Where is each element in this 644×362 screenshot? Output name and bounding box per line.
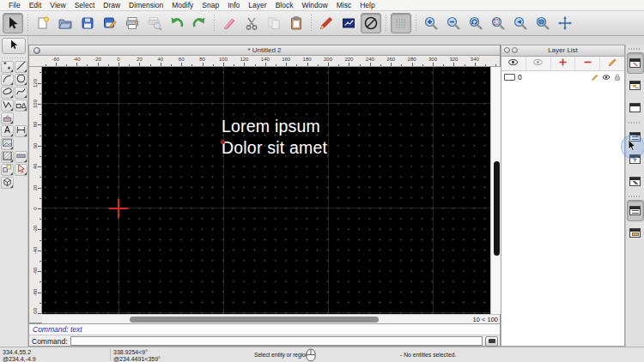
plot-preview-button[interactable] xyxy=(338,13,359,33)
ruler-label: -60 xyxy=(32,265,39,278)
ruler-tick xyxy=(38,104,41,105)
clipboard-toggle-button[interactable] xyxy=(627,222,644,244)
draft-mode-button[interactable] xyxy=(219,13,240,33)
library-browser-toggle-button[interactable] xyxy=(627,97,644,118)
menu-select[interactable]: Select xyxy=(70,0,100,11)
add-layer-button[interactable] xyxy=(551,57,576,70)
zoom-pan-button[interactable] xyxy=(555,13,575,33)
layer-lock-icon[interactable] xyxy=(613,73,622,81)
pen-palette-toggle-button[interactable] xyxy=(627,171,644,192)
text-entity[interactable]: Dolor sit amet xyxy=(222,136,327,159)
block-list-toggle-button[interactable] xyxy=(627,75,644,96)
select-pointer-button[interactable] xyxy=(3,13,23,33)
document-titlebar[interactable]: * Untitled 2 xyxy=(29,45,500,56)
copy-button[interactable] xyxy=(264,13,284,33)
right-dock-strip xyxy=(625,45,644,347)
zoom-in-button[interactable] xyxy=(421,13,441,33)
select-pointer-tool[interactable] xyxy=(2,38,26,54)
drawing-canvas[interactable]: Lorem ipsum Dolor sit amet xyxy=(42,67,490,314)
ruler-tick xyxy=(223,63,224,66)
layer-row[interactable]: 0 xyxy=(501,71,624,82)
ruler-label: -20 xyxy=(94,57,101,62)
edit-layer-button[interactable] xyxy=(600,57,624,70)
menu-snap[interactable]: Snap xyxy=(197,0,223,11)
redo-button[interactable] xyxy=(189,13,210,33)
zoom-window-icon xyxy=(490,15,506,31)
print-preview-button[interactable] xyxy=(144,13,165,33)
zoom-previous-button[interactable] xyxy=(510,13,531,33)
menu-help[interactable]: Help xyxy=(355,0,379,11)
left-tool-palette: A xyxy=(0,36,28,347)
undo-button[interactable] xyxy=(167,13,187,33)
save-button[interactable] xyxy=(77,13,98,33)
hide-all-layers-button[interactable] xyxy=(526,57,551,70)
no-pen-button[interactable] xyxy=(361,13,381,33)
select-entities-tool[interactable] xyxy=(15,164,27,176)
draw-order-tool[interactable] xyxy=(15,151,27,163)
horizontal-scrollbar-thumb[interactable] xyxy=(130,317,379,323)
select-arrow-red-icon xyxy=(15,164,27,176)
panel-close-button[interactable] xyxy=(512,47,518,53)
save-as-button[interactable] xyxy=(100,13,120,33)
zoom-auto-icon xyxy=(468,15,483,31)
menu-dimension[interactable]: Dimension xyxy=(125,0,167,11)
relative-polar-coordinate: @234.4491<359° xyxy=(113,356,161,362)
menu-draw[interactable]: Draw xyxy=(99,0,125,11)
new-document-button[interactable] xyxy=(33,13,53,33)
layer-visibility-icon[interactable] xyxy=(602,73,611,81)
command-options-button[interactable] xyxy=(485,336,498,347)
print-button[interactable] xyxy=(122,13,143,33)
zoom-out-button[interactable] xyxy=(443,13,464,33)
explode-tool[interactable] xyxy=(1,164,14,176)
layer-color-swatch[interactable] xyxy=(504,74,515,81)
ruler-label: -40 xyxy=(73,57,81,62)
ruler-tick xyxy=(38,229,41,230)
points-tool[interactable] xyxy=(1,61,14,73)
image-tool[interactable] xyxy=(1,138,14,150)
command-line-toggle-button[interactable] xyxy=(627,200,644,221)
polyline-tool[interactable] xyxy=(1,100,14,112)
modify-3d-tool[interactable] xyxy=(1,177,14,189)
line-tool[interactable] xyxy=(15,61,27,73)
vertical-scrollbar-thumb[interactable] xyxy=(494,161,500,256)
remove-layer-button[interactable] xyxy=(575,57,600,70)
ruler-tick xyxy=(39,240,41,241)
menu-file[interactable]: File xyxy=(4,0,25,11)
menu-block[interactable]: Block xyxy=(271,0,298,11)
open-file-button[interactable] xyxy=(55,13,76,33)
zoom-page-button[interactable] xyxy=(532,13,553,33)
menu-modify[interactable]: Modify xyxy=(167,0,197,11)
show-all-layers-button[interactable] xyxy=(501,57,526,70)
blank-window-icon xyxy=(629,103,641,112)
menu-misc[interactable]: Misc xyxy=(332,0,355,11)
spline-tool[interactable] xyxy=(15,87,27,99)
menu-view[interactable]: View xyxy=(46,0,70,11)
grid-toggle-button[interactable] xyxy=(391,13,411,33)
panel-float-button[interactable] xyxy=(504,47,510,53)
edit-layer-icon[interactable] xyxy=(591,73,599,81)
pen-settings-button[interactable] xyxy=(316,13,337,33)
ruler-tick xyxy=(38,188,41,189)
cut-button[interactable] xyxy=(241,13,262,33)
text-tool[interactable]: A xyxy=(1,125,14,137)
ruler-tick xyxy=(465,64,465,66)
menu-edit[interactable]: Edit xyxy=(25,0,46,11)
menu-window[interactable]: Window xyxy=(297,0,331,11)
hatch-tool[interactable] xyxy=(1,151,14,163)
circle-tool[interactable] xyxy=(15,74,27,86)
shape-tool[interactable] xyxy=(15,100,27,112)
text-entity[interactable]: Lorem ipsum xyxy=(222,115,320,137)
menu-layer[interactable]: Layer xyxy=(244,0,270,11)
ruler-tick xyxy=(87,64,88,66)
svg-text:A: A xyxy=(4,125,10,135)
dimension-tool[interactable] xyxy=(15,125,27,137)
command-input[interactable] xyxy=(70,336,483,346)
arc-tool[interactable] xyxy=(1,74,14,86)
zoom-window-button[interactable] xyxy=(488,13,508,33)
insert-block-tool[interactable] xyxy=(1,112,14,124)
ellipse-tool[interactable] xyxy=(1,87,14,99)
layer-list-toggle-button[interactable] xyxy=(627,52,644,74)
menu-info[interactable]: Info xyxy=(223,0,244,11)
paste-button[interactable] xyxy=(286,13,307,33)
zoom-auto-button[interactable] xyxy=(465,13,486,33)
